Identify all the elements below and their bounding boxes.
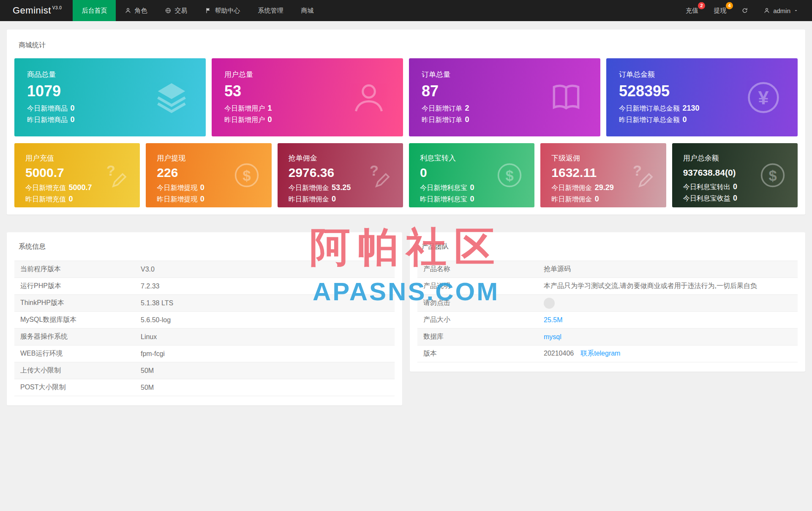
user-big-icon <box>351 79 387 116</box>
person-icon <box>125 7 131 14</box>
refresh-icon <box>741 7 748 14</box>
brand-name: Geminist <box>13 5 51 16</box>
nav-item-label: 后台首页 <box>82 7 107 15</box>
row-label: 产品名称 <box>417 261 538 278</box>
row-value: 50M <box>135 379 395 396</box>
stat-card-amount-total: 订单总金额528395今日新增订单总金额 2130昨日新增订单总金额 0¥ <box>606 58 798 136</box>
system-info-row: ThinkPHP版本5.1.38 LTS <box>14 295 395 312</box>
row-value-text: 50M <box>141 384 154 391</box>
stat-card-user-recharge: 用户充值5000.7今日新增充值 5000.7昨日新增充值 0? <box>14 143 140 207</box>
edit-question-icon: ? <box>364 161 392 189</box>
svg-text:?: ? <box>370 163 379 179</box>
refresh-button[interactable] <box>734 0 756 21</box>
telegram-link[interactable]: 联系telegram <box>580 350 620 357</box>
small-cards-row: 用户充值5000.7今日新增充值 5000.7昨日新增充值 0?用户提现226今… <box>14 143 798 207</box>
row-label: 当前程序版本 <box>14 261 135 278</box>
row-value-text: fpm-fcgi <box>141 350 165 357</box>
nav-menu: 后台首页角色交易帮助中心系统管理商城 <box>73 0 322 21</box>
product-team-row: 版本20210406联系telegram <box>417 345 798 362</box>
row-label: 运行PHP版本 <box>14 278 135 295</box>
nav-item-label: 角色 <box>134 7 147 15</box>
row-value-text: 20210406 <box>544 350 574 357</box>
nav-item-mall[interactable]: 商城 <box>292 0 322 21</box>
recharge-button[interactable]: 充值 2 <box>678 0 706 21</box>
stat-card-user-balance: 用户总余额937638.84(0)今日利息宝转出 0今日利息宝收益 0$ <box>672 143 798 207</box>
row-label: 数据库 <box>417 329 538 345</box>
nav-item-home[interactable]: 后台首页 <box>73 0 116 21</box>
row-label: WEB运行环境 <box>14 345 135 362</box>
edit-question-icon: ? <box>101 161 129 189</box>
dollar-circle-icon: $ <box>233 161 261 189</box>
withdraw-button[interactable]: 提现 4 <box>706 0 734 21</box>
user-name: admin <box>773 7 790 14</box>
stat-card-title: 商品总量 <box>27 70 206 79</box>
product-team-row: 产品名称抢单源码 <box>417 261 798 278</box>
product-team-row: 数据库mysql <box>417 329 798 345</box>
row-value: 50M <box>135 362 395 379</box>
product-team-table: 产品名称抢单源码产品说明本产品只为学习测试交流,请勿要做商业或者用于违法行为,一… <box>417 261 798 362</box>
row-value: 本产品只为学习测试交流,请勿要做商业或者用于违法行为,一切后果自负 <box>538 278 798 295</box>
row-label: 请勿点击 <box>417 295 538 312</box>
stats-title: 商城统计 <box>19 41 798 50</box>
nav-item-label: 帮助中心 <box>215 7 240 15</box>
row-value: V3.0 <box>135 261 395 278</box>
stat-card-line: 今日利息宝收益 0 <box>683 194 798 203</box>
nav-item-role[interactable]: 角色 <box>116 0 156 21</box>
nav-item-system[interactable]: 系统管理 <box>249 0 292 21</box>
row-label: 产品说明 <box>417 278 538 295</box>
value-link[interactable]: mysql <box>544 333 561 340</box>
stat-card-line: 昨日新增佣金 0 <box>551 195 666 204</box>
row-label: 产品大小 <box>417 312 538 329</box>
dollar-circle-icon: $ <box>759 161 787 189</box>
flag-icon <box>205 7 212 14</box>
globe-icon <box>165 7 172 14</box>
row-value: 抢单源码 <box>538 261 798 278</box>
product-team-panel: 产品团队 产品名称抢单源码产品说明本产品只为学习测试交流,请勿要做商业或者用于违… <box>410 232 805 372</box>
stat-card-title: 订单总量 <box>422 70 600 79</box>
row-label: 上传大小限制 <box>14 362 135 379</box>
row-value-text: 5.6.50-log <box>141 316 171 323</box>
nav-right: 充值 2 提现 4 admin <box>678 0 812 21</box>
do-not-click-icon <box>544 298 555 309</box>
system-info-row: WEB运行环境fpm-fcgi <box>14 345 395 362</box>
caret-down-icon <box>793 8 798 13</box>
user-menu[interactable]: admin <box>756 0 806 21</box>
stat-card-line: 昨日新增充值 0 <box>25 195 140 204</box>
stat-card-interest-in: 利息宝转入0今日新增利息宝 0昨日新增利息宝 0$ <box>409 143 534 207</box>
system-info-panel: 系统信息 当前程序版本V3.0运行PHP版本7.2.33ThinkPHP版本5.… <box>7 232 402 405</box>
value-link[interactable]: 25.5M <box>544 316 562 323</box>
top-navbar: GeministV3.0 后台首页角色交易帮助中心系统管理商城 充值 2 提现 … <box>0 0 812 21</box>
row-value: fpm-fcgi <box>135 345 395 362</box>
nav-item-label: 商城 <box>301 7 313 15</box>
brand-logo[interactable]: GeministV3.0 <box>0 0 73 21</box>
system-info-row: POST大小限制50M <box>14 379 395 396</box>
row-label: MySQL数据库版本 <box>14 312 135 329</box>
bottom-section: 系统信息 当前程序版本V3.0运行PHP版本7.2.33ThinkPHP版本5.… <box>7 232 805 405</box>
nav-item-trade[interactable]: 交易 <box>156 0 196 21</box>
row-value-text: Linux <box>141 333 157 340</box>
stat-card-orders-total: 订单总量87今日新增订单 2昨日新增订单 0 <box>409 58 600 136</box>
svg-text:¥: ¥ <box>758 87 769 108</box>
row-value: mysql <box>538 329 798 345</box>
stat-card-line: 昨日新增商品 0 <box>27 115 206 125</box>
row-label: ThinkPHP版本 <box>14 295 135 312</box>
system-info-row: 运行PHP版本7.2.33 <box>14 278 395 295</box>
stat-card-users-total: 用户总量53今日新增用户 1昨日新增用户 0 <box>212 58 403 136</box>
row-value: Linux <box>135 329 395 345</box>
row-label: 服务器操作系统 <box>14 329 135 345</box>
recharge-badge: 2 <box>698 2 705 9</box>
row-value-text: 7.2.33 <box>141 283 159 290</box>
row-value <box>538 295 798 312</box>
product-team-row: 产品说明本产品只为学习测试交流,请勿要做商业或者用于违法行为,一切后果自负 <box>417 278 798 295</box>
system-info-row: MySQL数据库版本5.6.50-log <box>14 312 395 329</box>
nav-item-help[interactable]: 帮助中心 <box>196 0 249 21</box>
withdraw-badge: 4 <box>726 2 733 9</box>
big-cards-row: 商品总量1079今日新增商品 0昨日新增商品 0用户总量53今日新增用户 1昨日… <box>14 58 798 136</box>
system-info-row: 上传大小限制50M <box>14 362 395 379</box>
edit-question-icon: ? <box>627 161 655 189</box>
layers-icon <box>153 79 190 116</box>
dollar-circle-icon: $ <box>496 161 523 189</box>
yen-circle-icon: ¥ <box>745 79 782 116</box>
row-value: 5.1.38 LTS <box>135 295 395 312</box>
row-value: 5.6.50-log <box>135 312 395 329</box>
